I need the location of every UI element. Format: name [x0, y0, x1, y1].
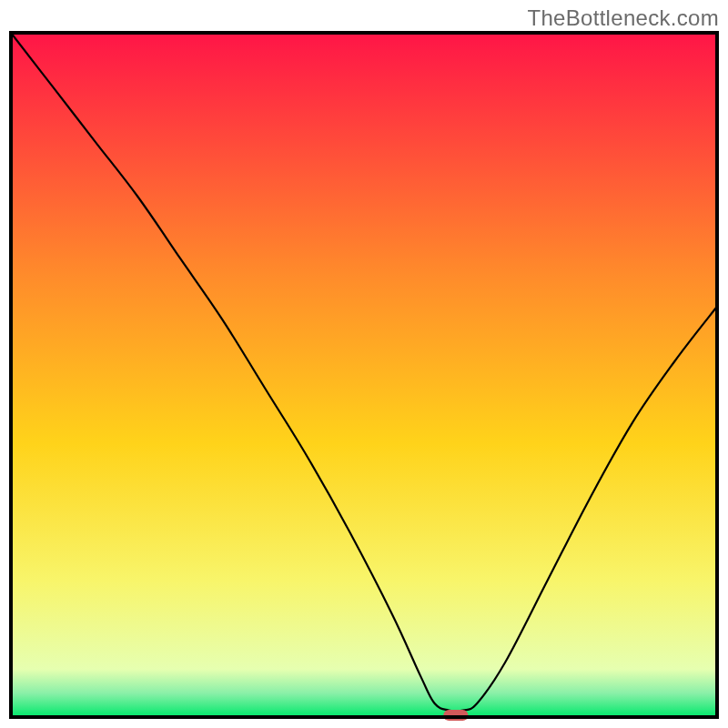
watermark-text: TheBottleneck.com [527, 5, 719, 31]
chart-container: TheBottleneck.com [0, 0, 728, 728]
bottleneck-chart [0, 0, 728, 728]
gradient-background [11, 33, 717, 717]
plot-area [11, 33, 717, 721]
